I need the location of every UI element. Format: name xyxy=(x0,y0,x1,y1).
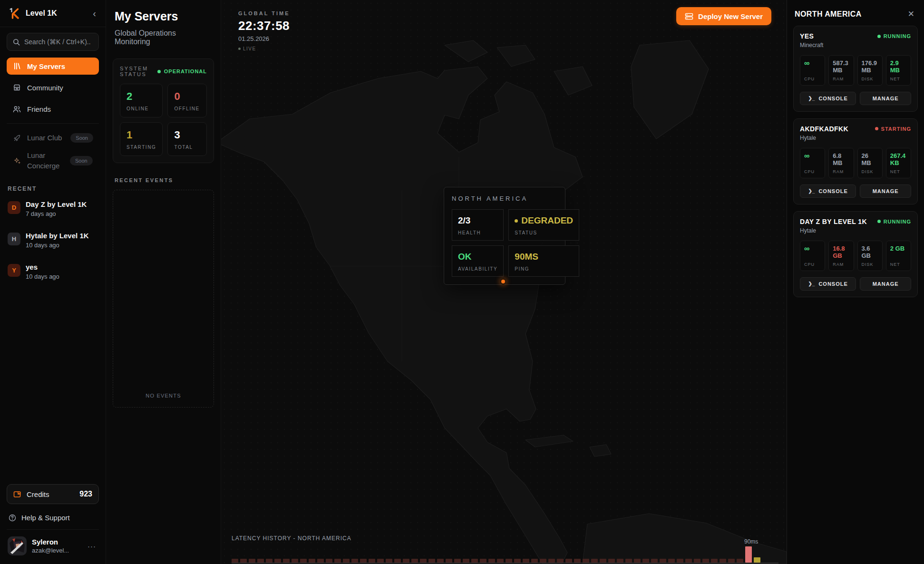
stat-value: 2 GB xyxy=(890,245,907,253)
stat-value: 26 MB xyxy=(862,153,878,167)
latency-bar xyxy=(720,559,726,563)
latency-bar xyxy=(574,559,581,563)
sidebar-item-friends[interactable]: Friends xyxy=(7,100,99,117)
global-time-label: GLOBAL TIME xyxy=(238,10,290,16)
latency-bar xyxy=(583,559,589,563)
live-label: LIVE xyxy=(243,46,256,51)
sidebar-item-lunar-concierge[interactable]: Lunar Concierge Soon xyxy=(7,148,99,173)
latency-bar xyxy=(642,559,649,563)
recent-item-title: yes xyxy=(26,263,59,272)
recent-item-time: 10 days ago xyxy=(26,273,59,280)
latency-bar xyxy=(249,559,255,563)
latency-bar xyxy=(394,559,401,563)
latency-bar xyxy=(240,559,247,563)
soon-badge: Soon xyxy=(70,133,93,143)
latency-bar xyxy=(608,559,615,563)
user-meta: Syleron azak@level... xyxy=(32,538,80,554)
popup-value: DEGRADED xyxy=(515,215,573,226)
latency-bar xyxy=(274,559,281,563)
stat-cpu: ∞CPU xyxy=(800,148,825,178)
stat-label: NET xyxy=(890,74,907,81)
console-button[interactable]: ❯_CONSOLE xyxy=(800,185,856,198)
friends-icon xyxy=(12,106,21,113)
recent-item[interactable]: Y yes 10 days ago xyxy=(0,259,106,284)
latency-bar xyxy=(531,559,538,563)
server-card: AKDFKADFKK Hytale STARTING ∞CPU 6.8 MBRA… xyxy=(793,118,918,204)
stat-label: ONLINE xyxy=(126,106,156,111)
status-dot-icon xyxy=(875,127,878,130)
sidebar-item-label: Friends xyxy=(27,105,51,113)
latency-bar xyxy=(351,559,358,563)
servers-panel: My Servers Global Operations Monitoring … xyxy=(106,0,221,564)
server-card-header: AKDFKADFKK Hytale STARTING xyxy=(800,125,911,141)
latency-bar xyxy=(437,559,444,563)
manage-button[interactable]: MANAGE xyxy=(860,277,911,291)
live-indicator: LIVE xyxy=(238,46,290,51)
deploy-new-server-button[interactable]: Deploy New Server xyxy=(676,7,771,25)
region-panel-title: NORTH AMERICA xyxy=(795,10,862,19)
popup-cell-status: DEGRADED STATUS xyxy=(508,209,579,241)
sidebar-collapse-button[interactable]: ‹ xyxy=(91,9,98,18)
manage-button[interactable]: MANAGE xyxy=(860,185,911,198)
stat-label: CPU xyxy=(804,167,821,174)
server-initial-badge: D xyxy=(8,201,20,214)
terminal-prompt-icon: ❯_ xyxy=(808,188,815,194)
server-status-badge: STARTING xyxy=(875,126,911,132)
recent-item-time: 10 days ago xyxy=(26,242,89,249)
help-support-button[interactable]: Help & Support xyxy=(0,510,106,526)
popup-value: 2/3 xyxy=(458,215,497,226)
console-button[interactable]: ❯_CONSOLE xyxy=(800,92,856,105)
server-card-actions: ❯_CONSOLE MANAGE xyxy=(800,277,911,291)
status-dot-icon xyxy=(157,70,161,73)
overflow-menu-icon[interactable]: ··· xyxy=(86,542,98,550)
stat-value: 3.6 GB xyxy=(862,245,878,260)
latency-bar xyxy=(754,557,760,563)
recent-events-label: RECENT EVENTS xyxy=(115,177,212,183)
search-input[interactable]: Search (⌘K / Ctrl+K).. xyxy=(7,33,99,51)
stat-value: 176.9 MB xyxy=(862,60,878,74)
sidebar-item-lunar-club[interactable]: Lunar Club Soon xyxy=(7,129,99,146)
sidebar: Level 1K ‹ Search (⌘K / Ctrl+K).. My Ser… xyxy=(0,0,106,564)
stat-disk: 26 MBDISK xyxy=(857,148,883,178)
latency-bar xyxy=(523,559,529,563)
server-status-badge: RUNNING xyxy=(877,219,911,224)
close-icon[interactable]: ✕ xyxy=(906,8,916,20)
stat-label: DISK xyxy=(862,167,878,174)
server-card-actions: ❯_CONSOLE MANAGE xyxy=(800,185,911,198)
server-card: YES Minecraft RUNNING ∞CPU 587.3 MBRAM 1… xyxy=(793,26,918,112)
latency-bar xyxy=(548,559,555,563)
status-dot-icon xyxy=(515,219,518,223)
sidebar-item-label: My Servers xyxy=(27,62,65,70)
server-name: DAY Z BY LEVEL 1K xyxy=(800,218,867,225)
status-dot-icon xyxy=(877,35,881,38)
world-map[interactable]: GLOBAL TIME 22:37:58 01.25.2026 LIVE Dep… xyxy=(221,0,787,564)
stat-disk: 176.9 MBDISK xyxy=(857,55,883,86)
latency-bar xyxy=(737,559,743,563)
popup-label: AVAILABILITY xyxy=(458,266,497,272)
credits-button[interactable]: Credits 923 xyxy=(7,484,99,504)
sidebar-divider xyxy=(7,529,99,530)
console-button[interactable]: ❯_CONSOLE xyxy=(800,277,856,291)
latency-bar xyxy=(377,559,384,563)
latency-bar xyxy=(420,559,427,563)
soon-badge: Soon xyxy=(70,156,93,165)
recent-item[interactable]: D Day Z by Level 1K 7 days ago xyxy=(0,196,106,222)
stat-value: ∞ xyxy=(804,60,821,67)
recent-item[interactable]: H Hytale by Level 1K 10 days ago xyxy=(0,227,106,253)
community-icon xyxy=(12,84,21,91)
region-marker-dot[interactable] xyxy=(500,278,506,285)
stat-label: RAM xyxy=(833,167,849,174)
latency-bar xyxy=(540,559,546,563)
live-dot-icon xyxy=(238,48,241,50)
latency-bar xyxy=(625,559,632,563)
region-popup-grid: 2/3 HEALTH DEGRADED STATUS OK AVAILABILI… xyxy=(452,209,557,277)
latency-bar xyxy=(292,559,298,563)
sidebar-item-label: Community xyxy=(27,84,63,92)
manage-button[interactable]: MANAGE xyxy=(860,92,911,105)
user-menu[interactable]: Syleron azak@level... ··· xyxy=(0,531,106,564)
stat-net: 2.9 MBNET xyxy=(886,55,911,86)
sidebar-item-my-servers[interactable]: My Servers xyxy=(7,58,99,75)
sidebar-item-community[interactable]: Community xyxy=(7,79,99,96)
stat-online: 2 ONLINE xyxy=(120,84,163,117)
stat-label: DISK xyxy=(862,74,878,81)
